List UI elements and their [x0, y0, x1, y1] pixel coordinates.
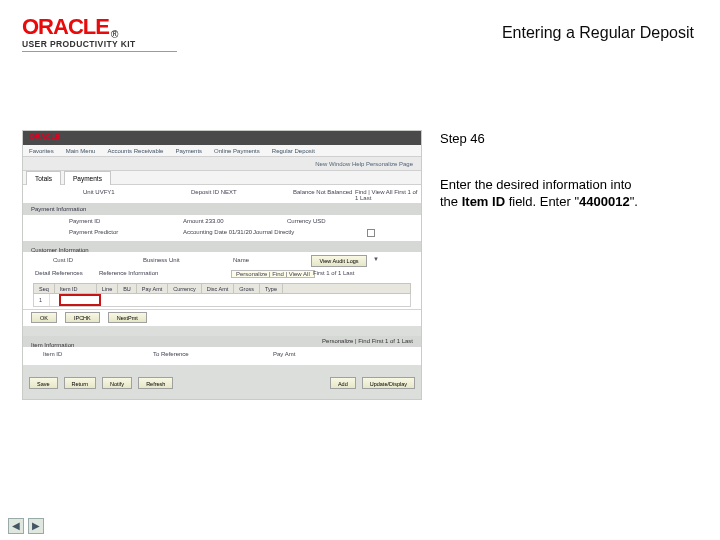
- instruction-line1: Enter the desired information into: [440, 177, 632, 192]
- business-unit: Business Unit: [143, 257, 180, 263]
- instruction-frag: ".: [630, 194, 638, 209]
- tab-strip: Totals Payments: [23, 171, 421, 185]
- save-button[interactable]: Save: [29, 377, 58, 389]
- next-slide-button[interactable]: ▶: [28, 518, 44, 534]
- deposit-id-field: Deposit ID NEXT: [191, 189, 237, 195]
- payment-fields: Payment ID Amount 233.00 Currency USD Pa…: [23, 215, 421, 241]
- oracle-wordmark: ORACLE: [22, 14, 109, 40]
- expand-icon[interactable]: ▼: [373, 256, 379, 262]
- reference-info-header: Reference Information: [99, 270, 158, 276]
- summary-row: Unit UVFY1 Deposit ID NEXT Balance Not B…: [23, 185, 421, 203]
- crumb[interactable]: Favorites: [23, 145, 60, 157]
- currency: Currency USD: [287, 218, 326, 224]
- app-screenshot: ORACLE Favorites Main Menu Accounts Rece…: [22, 130, 422, 400]
- nav-links[interactable]: Find | View All First 1 of 1 Last: [355, 189, 421, 201]
- reference-panel: Cust ID Business Unit Name View Audit Lo…: [23, 252, 421, 310]
- cust-name: Name: [233, 257, 249, 263]
- pay-amt-label: Pay Amt: [273, 351, 295, 357]
- section-title: Payment Information: [23, 203, 86, 215]
- cell-seq: 1: [34, 294, 50, 306]
- item-info-row: Item ID To Reference Pay Amt: [23, 347, 421, 365]
- unit-field: Unit UVFY1: [83, 189, 115, 195]
- accounting-date: Accounting Date 01/31/20: [183, 229, 252, 235]
- instruction-panel: Step 46 Enter the desired information in…: [440, 130, 690, 400]
- crumb[interactable]: Regular Deposit: [266, 145, 321, 157]
- amount: Amount 233.00: [183, 218, 224, 224]
- update-display-button[interactable]: Update/Display: [362, 377, 415, 389]
- crumb[interactable]: Online Payments: [208, 145, 266, 157]
- section-customer-info: Customer Information: [23, 241, 421, 252]
- return-button[interactable]: Return: [64, 377, 97, 389]
- section-item-info: Item Information Personalize | Find Firs…: [23, 336, 421, 347]
- refresh-button[interactable]: Refresh: [138, 377, 173, 389]
- header-divider: [22, 51, 177, 52]
- toolbar-links[interactable]: New Window Help Personalize Page: [307, 157, 421, 171]
- personalize-badge[interactable]: Personalize | Find | View All: [231, 270, 315, 278]
- app-brand: ORACLE: [29, 132, 60, 141]
- instruction-frag: the: [440, 194, 462, 209]
- crumb[interactable]: Main Menu: [60, 145, 102, 157]
- slide-pager: ◀ ▶: [8, 518, 44, 534]
- journal-checkbox[interactable]: [367, 229, 375, 237]
- journal-directly: Journal Directly: [253, 229, 294, 235]
- tab-payments[interactable]: Payments: [64, 171, 111, 186]
- payment-id: Payment ID: [69, 218, 100, 224]
- grid-nav[interactable]: Personalize | Find First 1 of 1 Last: [314, 336, 421, 347]
- instruction-text: Enter the desired information into the I…: [440, 176, 690, 211]
- detail-references-label: Detail References: [35, 270, 83, 276]
- footer-buttons: Save Return Notify Refresh Update/Displa…: [23, 375, 421, 393]
- section-payment-info: Payment Information: [23, 203, 421, 215]
- prev-slide-button[interactable]: ◀: [8, 518, 24, 534]
- crumb[interactable]: Accounts Receivable: [101, 145, 169, 157]
- page-title: Entering a Regular Deposit: [502, 24, 694, 42]
- app-brand-bar: ORACLE: [23, 131, 421, 145]
- grid-nav[interactable]: First 1 of 1 Last: [313, 270, 354, 276]
- crumb[interactable]: Payments: [169, 145, 208, 157]
- notify-button[interactable]: Notify: [102, 377, 132, 389]
- to-reference-label: To Reference: [153, 351, 189, 357]
- ipchk-button[interactable]: IPCHK: [65, 312, 100, 323]
- toolbar: New Window Help Personalize Page: [23, 157, 421, 171]
- ok-button[interactable]: OK: [31, 312, 57, 323]
- payment-predictor: Payment Predictor: [69, 229, 118, 235]
- tab-totals[interactable]: Totals: [26, 171, 61, 186]
- view-audit-logs-button[interactable]: View Audit Logs: [311, 255, 367, 267]
- action-buttons: OK IPCHK NextPmt: [23, 310, 421, 326]
- entry-value: 4400012: [579, 194, 630, 209]
- add-button[interactable]: Add: [330, 377, 356, 389]
- field-name: Item ID: [462, 194, 505, 209]
- breadcrumb-bar: Favorites Main Menu Accounts Receivable …: [23, 145, 421, 157]
- balance-field: Balance Not Balanced: [293, 189, 352, 195]
- item-id-label: Item ID: [43, 351, 62, 357]
- item-id-highlight[interactable]: [59, 294, 101, 306]
- instruction-frag: field. Enter ": [505, 194, 579, 209]
- content-row: ORACLE Favorites Main Menu Accounts Rece…: [22, 130, 690, 400]
- next-pmt-button[interactable]: NextPmt: [108, 312, 147, 323]
- grid-header: Seq Item ID Line BU Pay Amt Currency Dis…: [33, 283, 411, 294]
- step-label: Step 46: [440, 130, 690, 148]
- cust-id: Cust ID: [53, 257, 73, 263]
